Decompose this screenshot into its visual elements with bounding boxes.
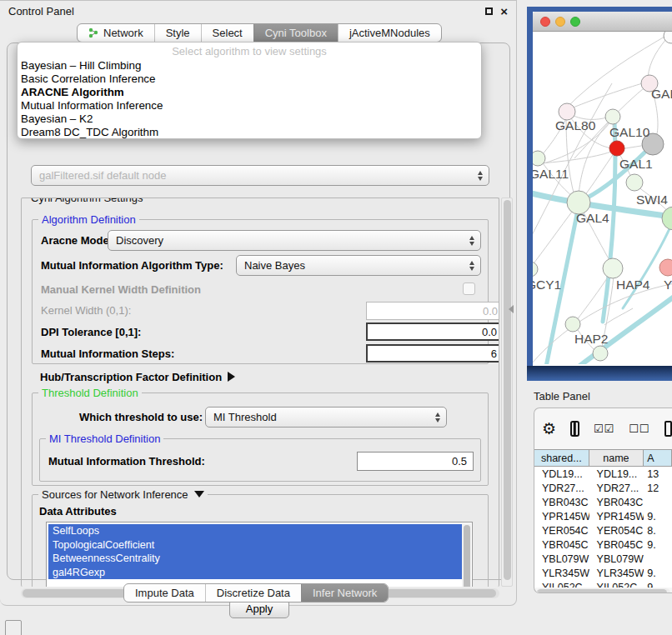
mi-type-label: Mutual Information Algorithm Type: xyxy=(41,259,223,272)
tab-jactivemnodules[interactable]: jActiveMNodules xyxy=(338,24,441,42)
new-table-icon[interactable] xyxy=(664,421,672,437)
table-row[interactable]: YDR27...YDR27...12 xyxy=(534,481,672,495)
mi-threshold-title: MI Threshold Definition xyxy=(46,432,163,445)
kernel-width-label: Kernel Width (0,1): xyxy=(41,304,131,317)
tab-impute-data[interactable]: Impute Data xyxy=(124,584,205,602)
control-panel-tabstrip: Network Style Select Cyni Toolbox jActiv… xyxy=(77,23,442,42)
data-attributes-list[interactable]: SelfLoops TopologicalCoefficient Between… xyxy=(46,522,473,587)
algorithm-option[interactable]: Bayesian – Hill Climbing xyxy=(18,59,481,72)
column-header-shared-name[interactable]: shared... xyxy=(534,450,589,466)
algorithm-option[interactable]: Dream8 DC_TDC Algorithm xyxy=(18,126,481,139)
manual-kernel-checkbox[interactable] xyxy=(463,282,475,295)
network-node-hap4[interactable] xyxy=(603,258,623,278)
network-node-salmon[interactable] xyxy=(659,259,672,276)
dpi-tolerance-label: DPI Tolerance [0,1]: xyxy=(41,326,141,338)
mi-steps-field[interactable]: 6 xyxy=(366,344,499,362)
table-row[interactable]: YDL19...YDL19...13 xyxy=(534,467,672,481)
mi-threshold-field[interactable]: 0.5 xyxy=(357,452,474,471)
table-panel: Table Panel ⚙ ☑☑ ☐☐ shared... name A YDL… xyxy=(527,383,672,635)
split-columns-icon[interactable] xyxy=(570,421,579,437)
network-node-gal11[interactable] xyxy=(533,151,545,166)
network-node-gal1[interactable] xyxy=(609,141,624,156)
tab-style[interactable]: Style xyxy=(154,24,201,42)
zoom-window-icon[interactable] xyxy=(570,17,580,27)
cyni-algorithm-settings-title: Cyni Algorithm Settings xyxy=(28,198,146,204)
minimize-window-icon[interactable] xyxy=(555,17,565,27)
table-toolbar: ⚙ ☑☑ ☐☐ xyxy=(534,408,672,449)
network-node[interactable] xyxy=(662,207,672,230)
close-panel-icon[interactable]: × xyxy=(500,5,508,18)
table-row[interactable]: YIL052CYIL052C9 xyxy=(534,580,672,588)
network-node-gal80[interactable] xyxy=(559,103,575,120)
tab-network-label: Network xyxy=(103,27,143,39)
gear-icon[interactable]: ⚙ xyxy=(542,421,556,437)
network-source-combobox[interactable]: galFiltered.sif default node xyxy=(31,165,489,186)
expand-right-icon xyxy=(228,372,235,382)
table-header: shared... name A xyxy=(534,449,672,467)
tab-cyni-toolbox[interactable]: Cyni Toolbox xyxy=(253,24,338,42)
network-node[interactable] xyxy=(664,32,672,43)
list-item[interactable]: gal4RGexp xyxy=(48,566,462,580)
network-tab-icon xyxy=(88,28,99,38)
network-view-window: GAL GAL80 GAL10 GAL1 GAL11 SWI4 GAL4 GCY… xyxy=(527,7,672,381)
algorithm-option-selected[interactable]: ARACNE Algorithm xyxy=(18,86,481,99)
list-item[interactable]: TopologicalCoefficient xyxy=(48,538,462,552)
panel-divider-handle[interactable] xyxy=(509,305,514,313)
table-row[interactable]: YLR345WYLR345W9. xyxy=(534,566,672,580)
list-item[interactable]: SelfLoops xyxy=(48,524,462,538)
restore-panel-button[interactable] xyxy=(5,620,22,635)
aracne-mode-label: Aracne Mode: xyxy=(41,234,113,247)
network-node[interactable] xyxy=(593,346,608,361)
algorithm-definition-group: Algorithm Definition Aracne Mode: Discov… xyxy=(32,219,489,364)
close-window-icon[interactable] xyxy=(540,17,550,27)
column-header-name[interactable]: name xyxy=(589,450,644,466)
node-label: GAL xyxy=(651,87,672,101)
tab-discretize-data[interactable]: Discretize Data xyxy=(205,584,301,602)
hub-definition-toggle[interactable]: Hub/Transcription Factor Definition xyxy=(40,371,235,383)
network-node-gal10[interactable] xyxy=(605,109,620,124)
which-threshold-combobox[interactable]: MI Threshold xyxy=(205,407,447,428)
tab-select[interactable]: Select xyxy=(201,24,253,42)
mi-type-combobox[interactable]: Naive Bayes xyxy=(236,255,481,276)
table-horizontal-scrollbar[interactable] xyxy=(536,588,670,593)
network-canvas[interactable]: GAL GAL80 GAL10 GAL1 GAL11 SWI4 GAL4 GCY… xyxy=(533,32,672,366)
algorithm-option[interactable]: Basic Correlation Inference xyxy=(18,72,481,86)
select-all-icon[interactable]: ☑☑ xyxy=(594,422,614,435)
column-header-partial[interactable]: A xyxy=(644,450,672,466)
node-label: GCY1 xyxy=(533,278,561,292)
aracne-mode-combobox[interactable]: Discovery xyxy=(108,230,481,251)
table-row[interactable]: YBL079WYBL079W xyxy=(534,552,672,566)
network-node-hap2[interactable] xyxy=(565,317,580,332)
network-node-gcy1[interactable] xyxy=(533,262,538,277)
list-item[interactable]: BetweennessCentrality xyxy=(48,552,462,566)
algorithm-option[interactable]: Bayesian – K2 xyxy=(18,112,481,126)
table-row[interactable]: YBR043CYBR043C xyxy=(534,495,672,509)
sources-title[interactable]: Sources for Network Inference xyxy=(38,488,208,501)
threshold-definition-title: Threshold Definition xyxy=(38,387,142,399)
manual-kernel-label: Manual Kernel Width Definition xyxy=(41,283,201,296)
network-window-titlebar[interactable] xyxy=(533,12,672,32)
data-attributes-label: Data Attributes xyxy=(39,505,117,518)
table-row[interactable]: YPR145WYPR145W9. xyxy=(534,509,672,523)
table-row[interactable]: YER054CYER054C8. xyxy=(534,523,672,538)
table-row[interactable]: YBR045CYBR045C9. xyxy=(534,538,672,552)
table-panel-box: ⚙ ☑☑ ☐☐ shared... name A YDL19...YDL19..… xyxy=(534,408,672,593)
table-rows: YDL19...YDL19...13 YDR27...YDR27...12 YB… xyxy=(534,467,672,588)
tab-network[interactable]: Network xyxy=(78,24,154,42)
node-label: GAL1 xyxy=(619,157,653,171)
mi-threshold-label: Mutual Information Threshold: xyxy=(48,455,205,468)
mi-steps-label: Mutual Information Steps: xyxy=(41,348,174,360)
dpi-tolerance-field[interactable]: 0.0 xyxy=(366,322,499,341)
deselect-all-icon[interactable]: ☐☐ xyxy=(629,422,649,435)
tab-infer-network[interactable]: Infer Network xyxy=(301,584,388,602)
list-vertical-scrollbar[interactable] xyxy=(462,523,471,587)
algorithm-option[interactable]: Mutual Information Inference xyxy=(18,99,481,112)
cyni-algorithm-settings-group: Cyni Algorithm Settings Algorithm Defini… xyxy=(21,198,499,587)
threshold-definition-group: Threshold Definition Which threshold to … xyxy=(32,392,489,486)
float-panel-icon[interactable] xyxy=(485,8,493,15)
kernel-width-field[interactable]: 0.0 xyxy=(366,302,499,320)
table-panel-title: Table Panel xyxy=(527,383,672,402)
network-node-swi4[interactable] xyxy=(626,174,643,191)
settings-vertical-scrollbar[interactable] xyxy=(501,198,513,587)
algorithm-dropdown: Select algorithm to view settings Bayesi… xyxy=(17,42,482,139)
